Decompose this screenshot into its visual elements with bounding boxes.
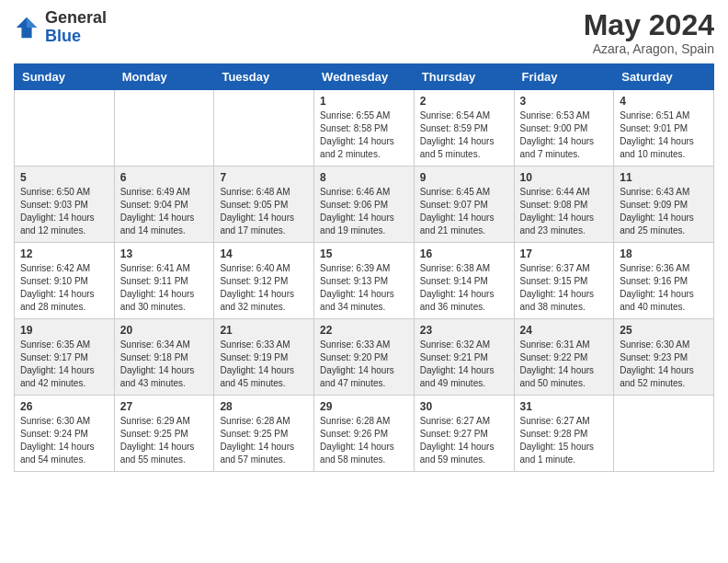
day-number: 2 <box>420 95 508 108</box>
calendar-day-cell: 28Sunrise: 6:28 AM Sunset: 9:25 PM Dayli… <box>214 396 314 472</box>
calendar-day-cell: 13Sunrise: 6:41 AM Sunset: 9:11 PM Dayli… <box>114 243 214 319</box>
logo-text: General Blue <box>45 9 107 46</box>
title-block: May 2024 Azara, Aragon, Spain <box>584 9 714 56</box>
page-container: General Blue May 2024 Azara, Aragon, Spa… <box>0 0 728 481</box>
day-info: Sunrise: 6:40 AM Sunset: 9:12 PM Dayligh… <box>220 262 308 314</box>
day-info: Sunrise: 6:50 AM Sunset: 9:03 PM Dayligh… <box>20 186 108 237</box>
day-info: Sunrise: 6:29 AM Sunset: 9:25 PM Dayligh… <box>120 415 209 466</box>
day-number: 29 <box>320 400 408 413</box>
day-number: 28 <box>220 400 308 413</box>
calendar-day-cell: 7Sunrise: 6:48 AM Sunset: 9:05 PM Daylig… <box>214 167 314 243</box>
day-number: 8 <box>320 171 408 184</box>
month-year: May 2024 <box>584 9 714 41</box>
calendar-day-cell: 23Sunrise: 6:32 AM Sunset: 9:21 PM Dayli… <box>414 319 514 396</box>
header-friday: Friday <box>514 64 614 90</box>
day-number: 6 <box>120 171 209 184</box>
calendar-day-cell: 20Sunrise: 6:34 AM Sunset: 9:18 PM Dayli… <box>114 319 214 396</box>
day-info: Sunrise: 6:43 AM Sunset: 9:09 PM Dayligh… <box>620 186 708 237</box>
calendar-day-cell: 4Sunrise: 6:51 AM Sunset: 9:01 PM Daylig… <box>614 90 714 167</box>
calendar-day-cell: 3Sunrise: 6:53 AM Sunset: 9:00 PM Daylig… <box>514 90 614 167</box>
day-info: Sunrise: 6:48 AM Sunset: 9:05 PM Dayligh… <box>220 186 308 237</box>
day-info: Sunrise: 6:45 AM Sunset: 9:07 PM Dayligh… <box>420 186 508 237</box>
location: Azara, Aragon, Spain <box>584 41 714 56</box>
day-number: 9 <box>420 171 508 184</box>
calendar-day-cell: 11Sunrise: 6:43 AM Sunset: 9:09 PM Dayli… <box>614 167 714 243</box>
calendar-day-cell: 18Sunrise: 6:36 AM Sunset: 9:16 PM Dayli… <box>614 243 714 319</box>
day-info: Sunrise: 6:49 AM Sunset: 9:04 PM Dayligh… <box>120 186 209 237</box>
day-info: Sunrise: 6:54 AM Sunset: 8:59 PM Dayligh… <box>420 109 508 161</box>
calendar-day-cell: 24Sunrise: 6:31 AM Sunset: 9:22 PM Dayli… <box>514 319 614 396</box>
svg-marker-1 <box>27 17 37 28</box>
calendar-day-cell: 29Sunrise: 6:28 AM Sunset: 9:26 PM Dayli… <box>314 396 415 472</box>
logo-icon <box>14 15 40 40</box>
calendar-week-row: 1Sunrise: 6:55 AM Sunset: 8:58 PM Daylig… <box>15 90 714 167</box>
day-info: Sunrise: 6:27 AM Sunset: 9:28 PM Dayligh… <box>520 415 609 466</box>
calendar-day-cell: 9Sunrise: 6:45 AM Sunset: 9:07 PM Daylig… <box>414 167 514 243</box>
calendar-day-cell: 26Sunrise: 6:30 AM Sunset: 9:24 PM Dayli… <box>15 396 115 472</box>
day-info: Sunrise: 6:55 AM Sunset: 8:58 PM Dayligh… <box>320 109 408 161</box>
calendar-day-cell: 6Sunrise: 6:49 AM Sunset: 9:04 PM Daylig… <box>114 167 214 243</box>
day-info: Sunrise: 6:37 AM Sunset: 9:15 PM Dayligh… <box>520 262 609 314</box>
calendar-day-cell: 1Sunrise: 6:55 AM Sunset: 8:58 PM Daylig… <box>314 90 415 167</box>
calendar-day-cell: 16Sunrise: 6:38 AM Sunset: 9:14 PM Dayli… <box>414 243 514 319</box>
day-info: Sunrise: 6:35 AM Sunset: 9:17 PM Dayligh… <box>20 339 108 390</box>
day-number: 24 <box>520 324 609 337</box>
calendar-table: Sunday Monday Tuesday Wednesday Thursday… <box>14 63 714 472</box>
day-number: 17 <box>520 247 609 260</box>
calendar-day-cell: 5Sunrise: 6:50 AM Sunset: 9:03 PM Daylig… <box>15 167 115 243</box>
calendar-day-cell: 14Sunrise: 6:40 AM Sunset: 9:12 PM Dayli… <box>214 243 314 319</box>
calendar-day-cell: 25Sunrise: 6:30 AM Sunset: 9:23 PM Dayli… <box>614 319 714 396</box>
calendar-day-cell <box>114 90 214 167</box>
day-number: 3 <box>520 95 609 108</box>
calendar-day-cell: 21Sunrise: 6:33 AM Sunset: 9:19 PM Dayli… <box>214 319 314 396</box>
day-number: 12 <box>20 247 108 260</box>
day-info: Sunrise: 6:42 AM Sunset: 9:10 PM Dayligh… <box>20 262 108 314</box>
day-number: 5 <box>20 171 108 184</box>
day-number: 26 <box>20 400 108 413</box>
calendar-day-cell <box>15 90 115 167</box>
day-number: 23 <box>420 324 508 337</box>
day-number: 4 <box>620 95 708 108</box>
header-monday: Monday <box>114 64 214 90</box>
day-info: Sunrise: 6:34 AM Sunset: 9:18 PM Dayligh… <box>120 339 209 390</box>
day-info: Sunrise: 6:27 AM Sunset: 9:27 PM Dayligh… <box>420 415 508 466</box>
day-info: Sunrise: 6:53 AM Sunset: 9:00 PM Dayligh… <box>520 109 609 161</box>
day-info: Sunrise: 6:30 AM Sunset: 9:24 PM Dayligh… <box>20 415 108 466</box>
calendar-day-cell <box>614 396 714 472</box>
day-number: 13 <box>120 247 209 260</box>
day-number: 27 <box>120 400 209 413</box>
day-number: 11 <box>620 171 708 184</box>
day-info: Sunrise: 6:31 AM Sunset: 9:22 PM Dayligh… <box>520 339 609 390</box>
day-info: Sunrise: 6:28 AM Sunset: 9:26 PM Dayligh… <box>320 415 408 466</box>
day-info: Sunrise: 6:30 AM Sunset: 9:23 PM Dayligh… <box>620 339 708 390</box>
weekday-header-row: Sunday Monday Tuesday Wednesday Thursday… <box>15 64 714 90</box>
calendar-day-cell: 31Sunrise: 6:27 AM Sunset: 9:28 PM Dayli… <box>514 396 614 472</box>
day-number: 30 <box>420 400 508 413</box>
header-saturday: Saturday <box>614 64 714 90</box>
day-info: Sunrise: 6:44 AM Sunset: 9:08 PM Dayligh… <box>520 186 609 237</box>
day-info: Sunrise: 6:36 AM Sunset: 9:16 PM Dayligh… <box>620 262 708 314</box>
day-number: 31 <box>520 400 609 413</box>
calendar-day-cell <box>214 90 314 167</box>
calendar-day-cell: 12Sunrise: 6:42 AM Sunset: 9:10 PM Dayli… <box>15 243 115 319</box>
day-info: Sunrise: 6:32 AM Sunset: 9:21 PM Dayligh… <box>420 339 508 390</box>
calendar-day-cell: 10Sunrise: 6:44 AM Sunset: 9:08 PM Dayli… <box>514 167 614 243</box>
header: General Blue May 2024 Azara, Aragon, Spa… <box>14 9 714 56</box>
day-number: 15 <box>320 247 408 260</box>
day-info: Sunrise: 6:51 AM Sunset: 9:01 PM Dayligh… <box>620 109 708 161</box>
calendar-day-cell: 19Sunrise: 6:35 AM Sunset: 9:17 PM Dayli… <box>15 319 115 396</box>
calendar-day-cell: 2Sunrise: 6:54 AM Sunset: 8:59 PM Daylig… <box>414 90 514 167</box>
day-number: 16 <box>420 247 508 260</box>
logo: General Blue <box>14 9 107 46</box>
day-info: Sunrise: 6:39 AM Sunset: 9:13 PM Dayligh… <box>320 262 408 314</box>
day-number: 14 <box>220 247 308 260</box>
calendar-week-row: 26Sunrise: 6:30 AM Sunset: 9:24 PM Dayli… <box>15 396 714 472</box>
calendar-week-row: 19Sunrise: 6:35 AM Sunset: 9:17 PM Dayli… <box>15 319 714 396</box>
day-number: 22 <box>320 324 408 337</box>
day-number: 1 <box>320 95 408 108</box>
calendar-day-cell: 30Sunrise: 6:27 AM Sunset: 9:27 PM Dayli… <box>414 396 514 472</box>
day-number: 7 <box>220 171 308 184</box>
day-number: 18 <box>620 247 708 260</box>
calendar-day-cell: 15Sunrise: 6:39 AM Sunset: 9:13 PM Dayli… <box>314 243 415 319</box>
calendar-day-cell: 8Sunrise: 6:46 AM Sunset: 9:06 PM Daylig… <box>314 167 415 243</box>
